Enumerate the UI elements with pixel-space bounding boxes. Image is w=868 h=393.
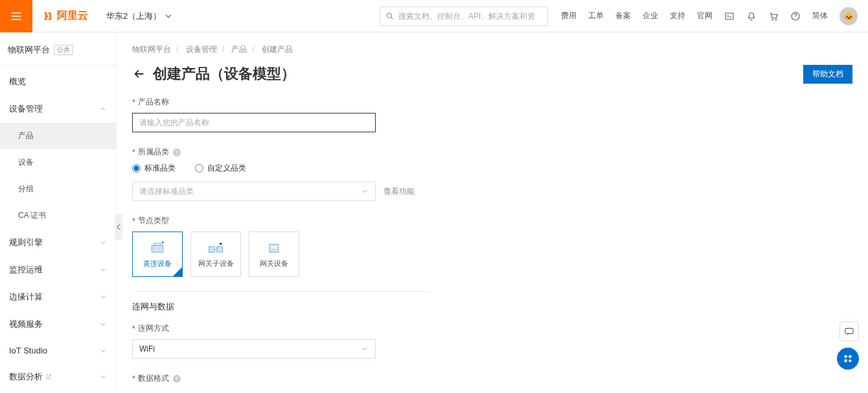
sidebar-item-monitor[interactable]: 监控运维 bbox=[0, 256, 116, 283]
svg-point-2 bbox=[772, 19, 773, 19]
svg-point-16 bbox=[849, 359, 851, 362]
chevron-down-icon bbox=[361, 187, 369, 195]
chevron-down-icon bbox=[99, 239, 107, 246]
help-tooltip-icon[interactable]: ? bbox=[173, 149, 181, 156]
sidebar-item-rule[interactable]: 规则引擎 bbox=[0, 229, 116, 256]
help-doc-button[interactable]: 帮助文档 bbox=[803, 65, 852, 84]
nav-site[interactable]: 官网 bbox=[697, 10, 713, 21]
label-data-format: *数据格式? bbox=[132, 373, 852, 384]
svg-rect-7 bbox=[209, 246, 215, 252]
sidebar: 物联网平台 公共 概览 设备管理 产品 设备 分组 CA 证书 规则引擎 监控运… bbox=[0, 32, 117, 393]
device-gateway-icon bbox=[265, 241, 283, 255]
nav-fees[interactable]: 费用 bbox=[561, 10, 577, 21]
chevron-down-icon bbox=[99, 266, 107, 274]
breadcrumb: 物联网平台/ 设备管理/ 产品/ 创建产品 bbox=[132, 44, 852, 55]
crumb-product[interactable]: 产品 bbox=[231, 45, 247, 54]
svg-rect-11 bbox=[275, 246, 277, 248]
search-input[interactable] bbox=[398, 12, 542, 21]
chevron-up-icon bbox=[99, 105, 107, 113]
nav-lang[interactable]: 简体 bbox=[812, 10, 828, 21]
label-category: *所属品类? bbox=[132, 147, 852, 158]
sidebar-item-overview[interactable]: 概览 bbox=[0, 68, 116, 95]
view-features-link[interactable]: 查看功能 bbox=[383, 186, 415, 197]
node-type-child[interactable]: 网关子设备 bbox=[190, 232, 241, 277]
label-node-type: *节点类型 bbox=[132, 215, 852, 226]
sidebar-item-video[interactable]: 视频服务 bbox=[0, 311, 116, 338]
cloudshell-icon[interactable] bbox=[724, 11, 735, 21]
radio-custom-category[interactable]: 自定义品类 bbox=[195, 163, 246, 174]
cart-icon[interactable] bbox=[768, 11, 779, 21]
chevron-left-icon bbox=[116, 223, 121, 231]
crumb-current: 创建产品 bbox=[262, 45, 293, 54]
main-content: 物联网平台/ 设备管理/ 产品/ 创建产品 创建产品（设备模型） 帮助文档 *产… bbox=[117, 32, 868, 393]
nav-tickets[interactable]: 工单 bbox=[588, 10, 604, 21]
user-avatar[interactable]: 🐱 bbox=[839, 7, 858, 25]
sidebar-item-group[interactable]: 分组 bbox=[0, 176, 116, 202]
apps-grid-icon bbox=[843, 353, 853, 364]
chat-icon bbox=[844, 326, 854, 337]
label-product-name: *产品名称 bbox=[132, 97, 852, 108]
nav-enterprise[interactable]: 企业 bbox=[643, 10, 658, 21]
svg-rect-9 bbox=[269, 244, 279, 252]
node-type-direct[interactable]: 直连设备 bbox=[132, 232, 183, 277]
crumb-root[interactable]: 物联网平台 bbox=[132, 45, 171, 54]
svg-rect-10 bbox=[271, 246, 274, 248]
standard-category-select[interactable]: 请选择标准品类 bbox=[132, 182, 376, 201]
region-selector[interactable]: 华东2（上海） bbox=[106, 10, 172, 22]
back-icon[interactable] bbox=[132, 67, 146, 81]
sidebar-item-edge[interactable]: 边缘计算 bbox=[0, 283, 116, 311]
search-icon bbox=[385, 12, 394, 21]
caret-down-icon bbox=[165, 13, 172, 19]
apps-float-button[interactable] bbox=[837, 348, 859, 370]
svg-rect-6 bbox=[154, 243, 161, 246]
sidebar-item-ca[interactable]: CA 证书 bbox=[0, 202, 116, 229]
chevron-down-icon bbox=[361, 345, 369, 353]
sidebar-collapse-handle[interactable] bbox=[115, 214, 122, 240]
svg-rect-14 bbox=[849, 355, 851, 358]
sidebar-item-iot-studio[interactable]: IoT Studio bbox=[0, 338, 116, 363]
crumb-device-mgmt[interactable]: 设备管理 bbox=[186, 45, 217, 54]
sidebar-item-device[interactable]: 设备 bbox=[0, 149, 116, 176]
bell-icon[interactable] bbox=[746, 11, 757, 21]
help-icon[interactable] bbox=[790, 11, 801, 21]
chat-float-button[interactable] bbox=[839, 322, 859, 341]
svg-rect-1 bbox=[725, 13, 733, 19]
hamburger-menu[interactable] bbox=[0, 0, 32, 32]
instance-badge: 公共 bbox=[54, 45, 73, 55]
nav-icp[interactable]: 备案 bbox=[615, 10, 631, 21]
svg-rect-8 bbox=[217, 246, 223, 252]
sidebar-product-title: 物联网平台 公共 bbox=[0, 39, 116, 61]
external-link-icon bbox=[45, 374, 52, 380]
device-child-icon bbox=[207, 241, 225, 255]
node-type-gateway[interactable]: 网关设备 bbox=[249, 232, 299, 277]
brand-text: 阿里云 bbox=[57, 9, 88, 23]
svg-point-0 bbox=[387, 13, 391, 18]
chevron-down-icon bbox=[99, 373, 107, 381]
chevron-down-icon bbox=[99, 347, 107, 355]
label-network: *连网方式 bbox=[132, 323, 852, 334]
svg-rect-15 bbox=[845, 359, 847, 362]
device-direct-icon bbox=[148, 241, 166, 255]
help-tooltip-icon[interactable]: ? bbox=[173, 375, 181, 383]
sidebar-item-analytics[interactable]: 数据分析 bbox=[0, 363, 116, 390]
chevron-down-icon bbox=[99, 293, 107, 301]
svg-rect-13 bbox=[845, 355, 847, 358]
page-title: 创建产品（设备模型） bbox=[132, 64, 295, 84]
sidebar-item-hosting[interactable]: 应用托管 bbox=[0, 390, 116, 393]
product-name-input[interactable] bbox=[132, 113, 376, 132]
svg-point-3 bbox=[775, 19, 776, 19]
sidebar-item-device-mgmt[interactable]: 设备管理 bbox=[0, 95, 116, 123]
network-select[interactable]: WiFi bbox=[132, 339, 376, 359]
search-box[interactable] bbox=[380, 6, 548, 26]
svg-rect-12 bbox=[845, 328, 853, 333]
radio-standard-category[interactable]: 标准品类 bbox=[132, 163, 176, 174]
chevron-down-icon bbox=[99, 320, 107, 328]
brand-logo[interactable]: 阿里云 bbox=[40, 9, 88, 23]
nav-support[interactable]: 支持 bbox=[670, 10, 685, 21]
sidebar-item-product[interactable]: 产品 bbox=[0, 123, 116, 149]
svg-rect-5 bbox=[152, 245, 163, 252]
section-network: 连网与数据 bbox=[132, 301, 852, 313]
